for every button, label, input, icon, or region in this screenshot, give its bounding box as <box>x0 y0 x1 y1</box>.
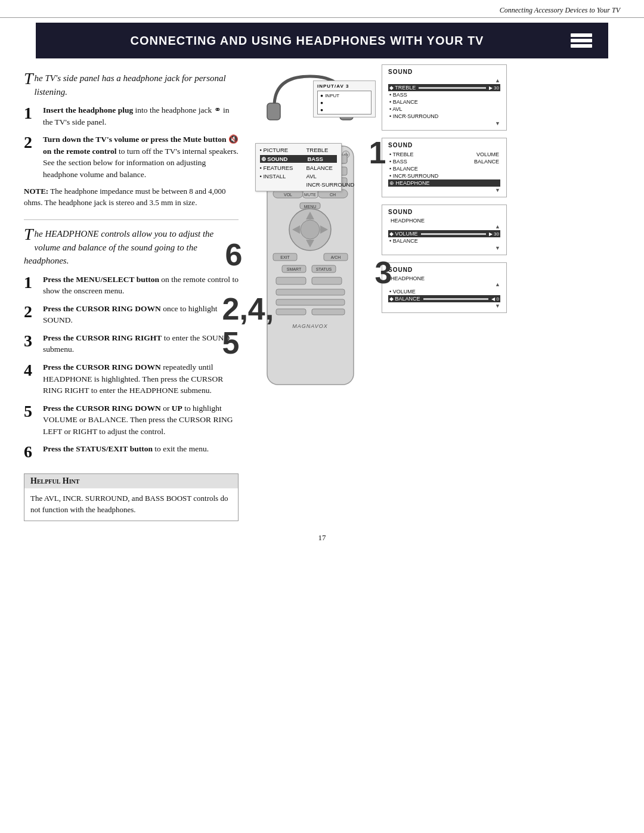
step-content-2-4: Press the CURSOR RING DOWN repeatedly un… <box>43 361 239 397</box>
overlay-num-1-top: 1 <box>369 137 386 168</box>
step-content-2-2: Press the CURSOR RING DOWN once to highl… <box>43 303 239 326</box>
intro-para-2: The HEADPHONE controls allow you to adju… <box>24 227 239 268</box>
panel-4-items: ▲ • VOLUME ◆ BALANCE ◀ 0 ▼ <box>388 281 500 309</box>
menu-row-incr: INCR·SURROUND <box>260 181 337 188</box>
step-content-2-6: Press the STATUS/EXIT button to exit the… <box>43 443 209 462</box>
section-divider <box>24 219 239 220</box>
panel-2-vol-label: VOLUME <box>476 151 499 157</box>
step-content-2-1: Press the MENU/SELECT button on the remo… <box>43 274 239 297</box>
panel-3-vol-val: ▶ 30 <box>489 231 499 237</box>
panel-4-down-arrow: ▼ <box>388 303 500 309</box>
panel-1-treble-row: ◆ TREBLE ▶ 30 <box>388 84 500 91</box>
step-2-3: 3 Press the CURSOR RING RIGHT to enter t… <box>24 332 239 355</box>
panel-2-headphone-row: ⊕ HEADPHONE <box>388 179 500 187</box>
step-num-1: 1 <box>24 104 38 128</box>
step-num-2-1: 1 <box>24 274 38 297</box>
steps-section-1: 1 Insert the headphone plug into the hea… <box>24 104 239 180</box>
hint-title: Helpful Hint <box>24 474 238 488</box>
step-num-2-4: 4 <box>24 361 38 397</box>
svg-text:MUTE: MUTE <box>304 193 316 197</box>
panel-1-avl-row: • AVL <box>388 106 500 113</box>
menu-item-features: • FEATURES <box>260 165 302 171</box>
menu-row-install: • INSTALL AVL <box>260 173 337 179</box>
panel-4-title: SOUND <box>388 267 500 273</box>
svg-rect-50 <box>312 277 342 284</box>
screen-panel-2: SOUND • TREBLE VOLUME • BASS BALANCE • B… <box>382 138 507 197</box>
screen-panel-4: SOUND HEADPHONE ▲ • VOLUME ◆ BALANCE ◀ 0… <box>382 262 507 313</box>
step-1: 1 Insert the headphone plug into the hea… <box>24 104 239 128</box>
svg-point-33 <box>301 220 320 239</box>
step-2-6: 6 Press the STATUS/EXIT button to exit t… <box>24 443 239 462</box>
panel-2-balance-row: • BALANCE <box>388 165 500 172</box>
panel-1-up-arrow: ▲ <box>388 78 500 83</box>
step-num-2-3: 3 <box>24 332 38 355</box>
menu-row-sound: ⊕ SOUND BASS <box>260 155 337 163</box>
top-header: Connecting Accessory Devices to Your TV <box>0 0 644 18</box>
panel-2-treble-row: • TREBLE VOLUME <box>388 151 500 158</box>
right-panels: SOUND ▲ ◆ TREBLE ▶ 30 • BASS • BALANCE •… <box>382 64 507 521</box>
svg-rect-0 <box>267 103 280 120</box>
tv-input-label: INPUT <box>325 93 339 98</box>
panel-3-title: SOUND <box>388 209 500 215</box>
menu-item-treble: TREBLE <box>306 147 329 153</box>
panel-3-volume-row: ◆ VOLUME ▶ 30 <box>388 230 500 237</box>
panel-3-vol-bar <box>421 233 486 235</box>
panel-2-bal-label: BALANCE <box>474 159 499 165</box>
overlay-num-3: 3 <box>375 257 392 288</box>
svg-text:MAGNAVOX: MAGNAVOX <box>292 323 328 329</box>
panel-1-treble-label: ◆ TREBLE <box>389 85 416 91</box>
screen-panel-1: SOUND ▲ ◆ TREBLE ▶ 30 • BASS • BALANCE •… <box>382 64 507 131</box>
panel-4-up-arrow: ▲ <box>388 281 500 287</box>
step-content-2-3: Press the CURSOR RING RIGHT to enter the… <box>43 332 239 355</box>
panel-4-bal-val: ◀ 0 <box>491 296 499 302</box>
svg-text:A/CH: A/CH <box>330 255 340 259</box>
note-label: NOTE: <box>24 187 48 196</box>
title-bar: CONNECTING AND USING HEADPHONES WITH YOU… <box>36 23 608 58</box>
panel-2-down-arrow: ▼ <box>388 187 500 193</box>
panel-4-volume-row: • VOLUME <box>388 288 500 295</box>
title-icon <box>566 29 596 52</box>
screen-panel-3: SOUND HEADPHONE ▲ ◆ VOLUME ▶ 30 • BALANC… <box>382 205 507 255</box>
panel-1-incr-row: • INCR·SURROUND <box>388 113 500 120</box>
mid-section: INPUT/AV 3 ● INPUT ● ● <box>244 64 376 521</box>
svg-rect-51 <box>276 289 345 295</box>
menu-row-features: • FEATURES BALANCE <box>260 165 337 171</box>
panel-3-balance-row: • BALANCE <box>388 237 500 244</box>
menu-item-sound: ⊕ SOUND <box>261 156 303 162</box>
drop-cap-1: T <box>24 70 33 87</box>
tv-display-inner: ● INPUT ● ● <box>317 91 371 114</box>
hint-body: The AVL, INCR. SURROUND, and BASS BOOST … <box>24 488 238 521</box>
step-num-2-2: 2 <box>24 303 38 326</box>
panel-1-treble-val: ▶ 30 <box>489 85 499 91</box>
left-section: The TV's side panel has a headphone jack… <box>24 64 239 521</box>
panel-1-down-arrow: ▼ <box>388 120 500 126</box>
panel-1-bass-row: • BASS <box>388 91 500 98</box>
panel-4-bal-label: ◆ BALANCE <box>389 296 420 302</box>
step-num-2-5: 5 <box>24 402 38 438</box>
panel-3-vol-label: ◆ VOLUME <box>389 231 418 237</box>
page-title: CONNECTING AND USING HEADPHONES WITH YOU… <box>48 34 566 48</box>
menu-item-incr: INCR·SURROUND <box>306 181 355 188</box>
step-2-1: 1 Press the MENU/SELECT button on the re… <box>24 274 239 297</box>
main-content: The TV's side panel has a headphone jack… <box>0 58 644 521</box>
tv-display-row1: ● INPUT <box>320 92 369 98</box>
step-2: 2 Turn down the TV's volume or press the… <box>24 134 239 180</box>
tv-display-title: INPUT/AV 3 <box>317 83 371 89</box>
step-content-1: Insert the headphone plug into the headp… <box>43 104 239 128</box>
intro-text-2: he HEADPHONE controls allow you to adjus… <box>24 229 213 265</box>
tv-dot2: ● <box>320 100 323 106</box>
panel-4-subtitle: HEADPHONE <box>388 275 500 281</box>
step-content-2-5: Press the CURSOR RING DOWN or UP to high… <box>43 402 239 438</box>
drop-cap-2: T <box>24 226 33 243</box>
hint-box: Helpful Hint The AVL, INCR. SURROUND, an… <box>24 473 239 521</box>
remote-wrapper: 1 3 2,4,5 6 1 2 3 <box>258 143 363 396</box>
panel-3-items: ▲ ◆ VOLUME ▶ 30 • BALANCE ▼ <box>388 224 500 251</box>
step-1-bold: Insert the headphone plug <box>43 106 133 114</box>
tv-input-dot: ● <box>320 92 323 98</box>
overlay-num-6: 6 <box>225 239 243 270</box>
svg-text:VOL: VOL <box>283 193 292 197</box>
panel-2-treble: • TREBLE <box>389 151 474 157</box>
steps-section-2: 1 Press the MENU/SELECT button on the re… <box>24 274 239 462</box>
panel-4-bal-bar <box>423 298 489 300</box>
panel-4-balance-row: ◆ BALANCE ◀ 0 <box>388 295 500 302</box>
